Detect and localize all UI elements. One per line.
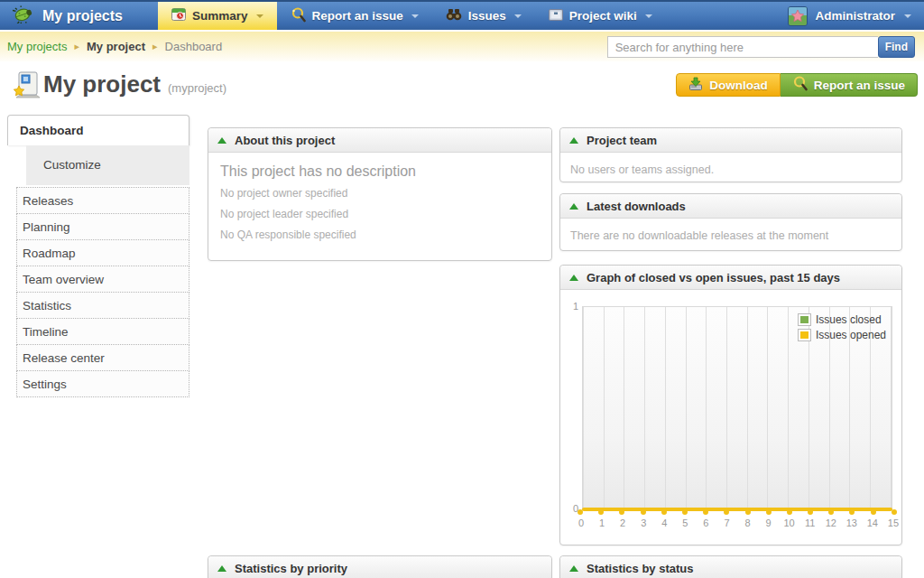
- x-tick-label: 7: [720, 517, 733, 528]
- data-point: [724, 509, 729, 515]
- chevron-down-icon: [256, 14, 263, 18]
- breadcrumb-bar: My projects ▸ My project ▸ Dashboard Fin…: [0, 32, 924, 61]
- x-tick-label: 2: [616, 517, 629, 528]
- app-logo[interactable]: My projects: [0, 2, 158, 30]
- data-point: [892, 509, 897, 515]
- download-icon: [688, 77, 703, 94]
- x-tick-label: 4: [658, 517, 670, 528]
- team-empty-message: No users or teams assigned.: [560, 153, 901, 187]
- user-menu[interactable]: Administrator: [775, 2, 924, 30]
- team-panel-title: Project team: [587, 134, 657, 147]
- search-bar: Find: [607, 36, 915, 58]
- collapse-triangle-icon: [217, 565, 226, 572]
- stats-priority-header[interactable]: Statistics by priority: [208, 556, 551, 578]
- sidebar-item-customize[interactable]: Customize: [26, 145, 189, 185]
- tab-summary[interactable]: Summary: [158, 2, 277, 30]
- wiki-icon: [549, 9, 563, 23]
- tab-issues[interactable]: Issues: [432, 2, 535, 30]
- stats-status-header[interactable]: Statistics by status: [560, 556, 901, 578]
- stats-priority-title: Statistics by priority: [235, 562, 347, 575]
- data-point: [745, 509, 751, 515]
- x-tick-label: 3: [637, 517, 650, 528]
- tab-issues-label: Issues: [468, 9, 506, 23]
- header-buttons: Download Report an issue: [676, 73, 918, 97]
- chevron-down-icon: [411, 14, 419, 18]
- breadcrumb-separator-icon: ▸: [67, 41, 87, 52]
- team-panel-header[interactable]: Project team: [560, 128, 901, 153]
- tab-report-an-issue[interactable]: Report an issue: [277, 2, 432, 30]
- download-label: Download: [709, 79, 768, 92]
- x-tick-label: 10: [783, 517, 796, 528]
- data-point: [871, 509, 876, 515]
- sidebar-item-statistics[interactable]: Statistics: [16, 292, 189, 319]
- x-tick-label: 8: [742, 517, 754, 528]
- sidebar-tab-dashboard[interactable]: Dashboard: [7, 115, 189, 145]
- project-team-panel: Project team No users or teams assigned.: [559, 127, 902, 182]
- project-owner-line: No project owner specified: [208, 182, 551, 203]
- chart-legend: Issues closed Issues opened: [798, 313, 886, 341]
- sidebar-item-settings[interactable]: Settings: [16, 370, 189, 397]
- x-tick-label: 11: [804, 517, 817, 528]
- x-tick-label: 14: [866, 517, 879, 528]
- project-slug: (myproject): [168, 81, 226, 95]
- collapse-triangle-icon: [569, 565, 578, 572]
- breadcrumb-my-projects[interactable]: My projects: [7, 40, 67, 53]
- project-description: This project has no description: [208, 153, 551, 182]
- breadcrumb-dashboard: Dashboard: [165, 40, 223, 53]
- search-input[interactable]: [607, 36, 878, 58]
- data-point: [766, 509, 772, 515]
- find-button[interactable]: Find: [878, 36, 915, 58]
- collapse-triangle-icon: [569, 137, 578, 144]
- tab-project-wiki[interactable]: Project wiki: [535, 2, 666, 30]
- user-name: Administrator: [815, 9, 895, 23]
- latest-downloads-panel: Latest downloads There are no downloadab…: [559, 193, 902, 251]
- whip-icon: [792, 76, 808, 94]
- sidebar-item-releases[interactable]: Releases: [16, 187, 189, 214]
- x-tick-label: 13: [845, 517, 858, 528]
- chevron-down-icon: [514, 14, 522, 18]
- legend-issues-opened: Issues opened: [798, 329, 886, 341]
- opened-swatch-icon: [798, 329, 811, 341]
- x-tick-label: 5: [679, 517, 691, 528]
- sidebar-item-timeline[interactable]: Timeline: [16, 318, 189, 345]
- collapse-triangle-icon: [569, 203, 578, 210]
- download-button[interactable]: Download: [676, 73, 781, 97]
- brand-label: My projects: [42, 8, 123, 24]
- whip-icon: [291, 7, 306, 25]
- issues-graph-panel: Graph of closed vs open issues, past 15 …: [559, 265, 902, 545]
- x-tick-label: 12: [825, 517, 837, 528]
- statistics-status-panel: Statistics by status: [559, 555, 902, 578]
- report-issue-button[interactable]: Report an issue: [781, 73, 918, 97]
- y-tick-label: 0: [564, 503, 578, 514]
- top-navigation: My projects Summary Report an issue: [0, 0, 924, 30]
- sidebar-item-release-center[interactable]: Release center: [16, 344, 189, 371]
- summary-icon: [171, 7, 186, 24]
- breadcrumb: My projects ▸ My project ▸ Dashboard: [7, 32, 222, 61]
- issues-line-chart: 1 0 Issues closed Issues opened 01234567…: [560, 290, 901, 546]
- graph-panel-header[interactable]: Graph of closed vs open issues, past 15 …: [560, 266, 901, 290]
- statistics-priority-panel: Statistics by priority: [208, 555, 552, 578]
- x-tick-label: 15: [887, 517, 900, 528]
- sidebar-item-roadmap[interactable]: Roadmap: [16, 239, 189, 266]
- x-tick-label: 0: [575, 517, 587, 528]
- binoculars-icon: [446, 8, 462, 23]
- report-issue-label: Report an issue: [814, 79, 905, 92]
- breadcrumb-my-project[interactable]: My project: [87, 40, 145, 53]
- data-point: [641, 509, 646, 515]
- downloads-panel-header[interactable]: Latest downloads: [560, 194, 901, 219]
- sidebar-item-team-overview[interactable]: Team overview: [16, 266, 189, 293]
- legend-issues-closed: Issues closed: [798, 313, 886, 326]
- collapse-triangle-icon: [217, 137, 226, 144]
- closed-swatch-icon: [798, 313, 811, 326]
- sidebar-item-planning[interactable]: Planning: [16, 213, 189, 240]
- breadcrumb-separator-icon: ▸: [145, 41, 165, 52]
- downloads-panel-title: Latest downloads: [587, 200, 686, 213]
- tab-summary-label: Summary: [192, 9, 248, 23]
- project-leader-line: No project leader specified: [208, 203, 551, 224]
- data-point: [808, 509, 813, 515]
- data-point: [849, 509, 855, 515]
- data-point: [703, 509, 708, 515]
- graph-panel-title: Graph of closed vs open issues, past 15 …: [587, 271, 840, 284]
- x-tick-label: 9: [762, 517, 775, 528]
- about-panel-header[interactable]: About this project: [208, 128, 551, 153]
